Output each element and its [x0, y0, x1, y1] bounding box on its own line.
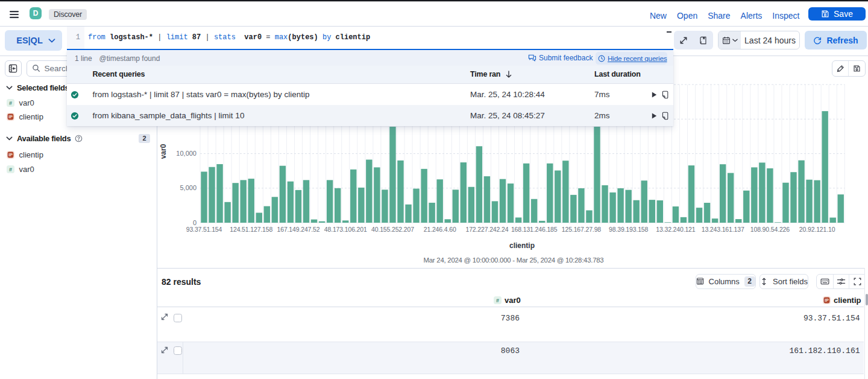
- svg-text:Mar 24, 2024 @ 10:00:00.000 -: Mar 24, 2024 @ 10:00:00.000 - Mar 25, 20…: [424, 256, 604, 264]
- svg-text:20.92.121.10: 20.92.121.10: [799, 226, 835, 233]
- svg-text:98.39.193.158: 98.39.193.158: [609, 226, 649, 233]
- svg-text:#: #: [8, 100, 11, 106]
- svg-text:167.149.247.52: 167.149.247.52: [277, 226, 320, 233]
- svg-text:IP: IP: [8, 153, 13, 157]
- svg-text:#: #: [496, 298, 499, 303]
- svg-text:0: 0: [193, 219, 197, 226]
- svg-text:13.32.240.121: 13.32.240.121: [656, 226, 696, 233]
- svg-text:168.131.246.185: 168.131.246.185: [511, 226, 558, 233]
- svg-text:108.90.54.226: 108.90.54.226: [750, 226, 790, 233]
- svg-text:#: #: [8, 167, 11, 172]
- svg-text:93.37.51.154: 93.37.51.154: [186, 226, 222, 233]
- svg-text:125.167.27.98: 125.167.27.98: [562, 226, 602, 233]
- svg-text:13.243.161.137: 13.243.161.137: [702, 226, 744, 233]
- svg-text:IP: IP: [8, 115, 13, 119]
- svg-text:21.246.4.60: 21.246.4.60: [424, 226, 456, 233]
- svg-text:var0: var0: [159, 144, 168, 159]
- svg-text:172.227.242.24: 172.227.242.24: [465, 226, 508, 233]
- svg-text:40.155.252.207: 40.155.252.207: [371, 226, 414, 233]
- svg-text:10,000: 10,000: [176, 150, 197, 157]
- svg-text:clientip: clientip: [509, 241, 535, 250]
- svg-text:124.51.127.158: 124.51.127.158: [230, 226, 272, 233]
- svg-text:IP: IP: [825, 298, 829, 302]
- svg-text:5,000: 5,000: [180, 184, 197, 191]
- svg-text:48.173.106.201: 48.173.106.201: [324, 226, 367, 233]
